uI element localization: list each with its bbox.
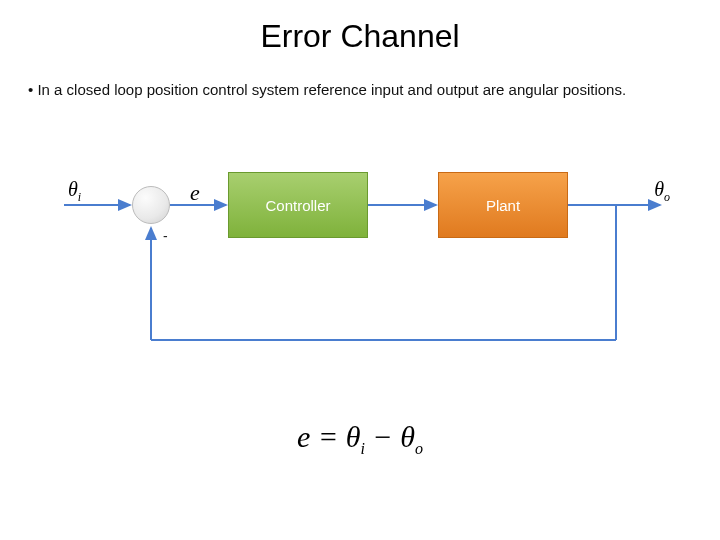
plant-block: Plant [438, 172, 568, 238]
error-formula: e = θi − θo [0, 420, 720, 458]
minus-sign: - [163, 228, 168, 244]
page-title: Error Channel [0, 18, 720, 55]
theta-i-label: θi [68, 178, 81, 205]
theta-o-label: θo [654, 178, 670, 205]
error-label: e [190, 180, 200, 206]
controller-block: Controller [228, 172, 368, 238]
block-diagram: θi e - Controller Plant θo [60, 150, 660, 410]
description-text: In a closed loop position control system… [28, 80, 692, 100]
summing-junction [132, 186, 170, 224]
